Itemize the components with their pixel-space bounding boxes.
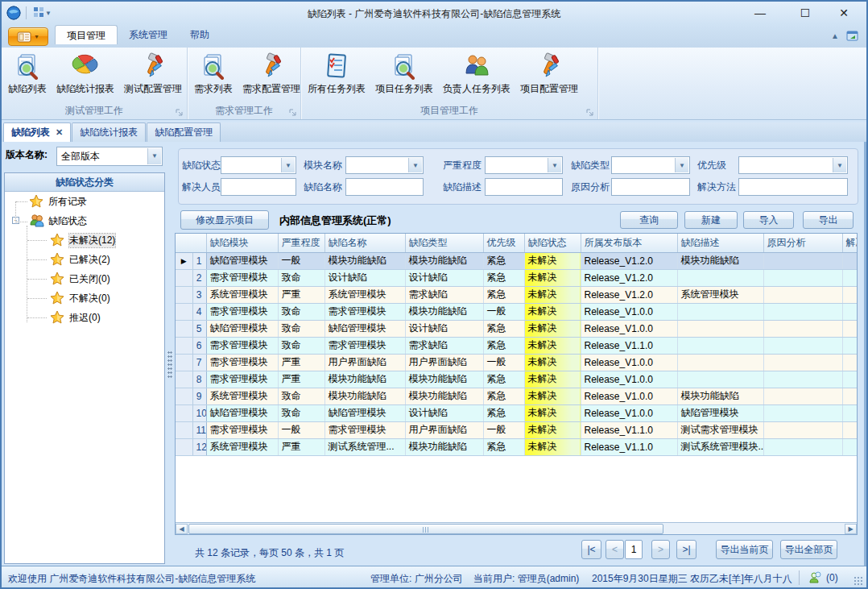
export-button[interactable]: 导出	[803, 211, 854, 229]
grid-row[interactable]: 10缺陷管理模块致命缺陷管理模块设计缺陷紧急未解决Release_V1.0.0缺…	[176, 404, 858, 421]
filter-combo[interactable]: ▼	[611, 156, 690, 174]
tree-item[interactable]: 不解决(0)	[50, 289, 110, 307]
tree-item[interactable]: 已解决(2)	[50, 251, 110, 268]
ribbon-style-icon[interactable]	[845, 29, 860, 42]
modify-display-items-button[interactable]: 修改显示项目	[180, 210, 269, 230]
grid-row[interactable]: 11需求管理模块一般需求管理模块用户界面缺陷一般未解决Release_V1.1.…	[176, 421, 858, 438]
column-header[interactable]: 缺陷描述	[677, 234, 763, 252]
grid-cell: 缺陷管理模块	[677, 404, 763, 421]
grid-row[interactable]: 8需求管理模块严重模块功能缺陷模块功能缺陷紧急未解决Release_V1.0.0	[176, 371, 858, 388]
ribbon-tab[interactable]: 帮助	[179, 25, 221, 44]
scroll-right-icon[interactable]: ▶	[845, 524, 857, 534]
page-number-input[interactable]: 1	[625, 540, 643, 559]
chevron-down-icon[interactable]: ▼	[147, 148, 161, 164]
ribbon-button-label: 所有任务列表	[308, 82, 366, 96]
column-header[interactable]: 缺陷状态	[524, 234, 581, 252]
maximize-button[interactable]: ☐	[789, 4, 821, 22]
filter-input[interactable]	[221, 178, 296, 196]
horizontal-scrollbar[interactable]: ◀ ▶	[176, 522, 857, 534]
export-current-page-button[interactable]: 导出当前页	[716, 540, 773, 559]
application-menu-button[interactable]: ▼	[8, 27, 48, 46]
first-page-button[interactable]: |<	[581, 540, 601, 559]
ribbon-button[interactable]: 所有任务列表	[303, 49, 370, 102]
column-header[interactable]: 所属发布版本	[581, 234, 677, 252]
query-button[interactable]: 查询	[620, 211, 678, 229]
tree-item[interactable]: 未解决(12)	[50, 231, 115, 249]
filter-combo[interactable]: ▼	[485, 156, 563, 174]
scroll-left-icon[interactable]: ◀	[176, 524, 188, 534]
filter-input[interactable]	[485, 178, 563, 196]
grid-cell: 一般	[483, 303, 524, 320]
grid-row[interactable]: 7需求管理模块严重用户界面缺陷用户界面缺陷一般未解决Release_V1.0.0	[176, 354, 858, 371]
ribbon-button[interactable]: 项目配置管理	[515, 49, 583, 102]
grid-row[interactable]: 3系统管理模块严重系统管理模块需求缺陷紧急未解决Release_V1.2.0系统…	[176, 286, 858, 303]
column-header[interactable]: 严重程度	[278, 234, 324, 252]
ribbon-tab[interactable]: 系统管理	[118, 25, 179, 44]
last-page-button[interactable]: >|	[676, 540, 696, 559]
dialog-launcher-icon[interactable]	[175, 108, 184, 117]
export-all-pages-button[interactable]: 导出全部页	[780, 540, 837, 559]
scrollbar-thumb[interactable]	[188, 524, 663, 534]
tree-item[interactable]: 推迟(0)	[50, 309, 101, 326]
column-header[interactable]: 解决方法	[842, 234, 858, 252]
import-button[interactable]: 导入	[743, 211, 794, 229]
tree-item[interactable]: 所有记录	[29, 193, 87, 210]
chevron-down-icon[interactable]: ▼	[833, 158, 846, 172]
splitter[interactable]	[167, 145, 173, 562]
ribbon-button[interactable]: 负责人任务列表	[438, 49, 515, 102]
document-tab-label: 缺陷配置管理	[155, 127, 213, 138]
filter-combo[interactable]: ▼	[221, 156, 296, 174]
new-button[interactable]: 新建	[684, 211, 738, 229]
chevron-down-icon[interactable]: ▼	[675, 158, 688, 172]
tree-item[interactable]: 已关闭(0)	[50, 270, 110, 288]
chevron-down-icon[interactable]: ▼	[548, 158, 561, 172]
dialog-launcher-icon[interactable]	[288, 108, 297, 117]
grid-cell: 用户界面缺陷	[405, 354, 483, 371]
pie-chart-icon	[72, 52, 99, 80]
tree-line	[27, 317, 47, 318]
column-header[interactable]: 原因分析	[763, 234, 842, 252]
grid-row[interactable]: 6需求管理模块致命需求管理模块需求缺陷紧急未解决Release_V1.1.0	[176, 337, 858, 354]
column-header[interactable]: 缺陷模块	[206, 234, 278, 252]
ribbon-button[interactable]: 需求配置管理	[238, 49, 305, 102]
chevron-down-icon[interactable]: ▼	[281, 158, 295, 172]
grid-cell: 致命	[278, 320, 324, 337]
tree-item[interactable]: 缺陷状态	[29, 212, 87, 230]
prev-page-button[interactable]: <	[606, 540, 624, 559]
ribbon-button[interactable]: 缺陷列表	[3, 49, 52, 102]
row-number: 6	[192, 337, 206, 354]
filter-combo[interactable]: ▼	[738, 156, 848, 174]
close-tab-icon[interactable]: ✕	[56, 127, 63, 137]
grid-row[interactable]: 12系统管理模块严重测试系统管理...模块功能缺陷紧急未解决Release_V1…	[176, 438, 858, 455]
ribbon-collapse-icon[interactable]: ▲	[831, 31, 839, 40]
filter-input[interactable]	[611, 178, 690, 196]
grid-row[interactable]: 5缺陷管理模块致命缺陷管理模块设计缺陷紧急未解决Release_V1.0.0	[176, 320, 858, 337]
app-menu-caret-icon: ▼	[34, 34, 39, 39]
ribbon-tab[interactable]: 项目管理	[55, 25, 118, 44]
filter-input[interactable]	[738, 178, 848, 196]
column-header[interactable]: 缺陷名称	[324, 234, 405, 252]
grid-row[interactable]: 4需求管理模块致命需求管理模块模块功能缺陷一般未解决Release_V1.0.0	[176, 303, 858, 320]
close-button[interactable]: ✕	[828, 4, 860, 22]
document-tab[interactable]: 缺陷配置管理	[147, 122, 221, 142]
ribbon-button[interactable]: 测试配置管理	[119, 49, 187, 102]
ribbon-button[interactable]: 项目任务列表	[370, 49, 438, 102]
grid-row[interactable]: ▶1缺陷管理模块一般模块功能缺陷模块功能缺陷紧急未解决Release_V1.2.…	[176, 252, 858, 269]
ribbon-button[interactable]: 缺陷统计报表	[52, 49, 119, 102]
grid-row[interactable]: 9系统管理模块致命模块功能缺陷模块功能缺陷紧急未解决Release_V1.0.0…	[176, 388, 858, 404]
filter-combo[interactable]: ▼	[345, 156, 424, 174]
column-header[interactable]: 优先级	[483, 234, 524, 252]
chevron-down-icon[interactable]: ▼	[408, 158, 422, 172]
document-tab[interactable]: 缺陷列表✕	[3, 122, 71, 142]
next-page-button[interactable]: >	[651, 540, 670, 559]
column-header[interactable]: 缺陷类型	[405, 234, 483, 252]
grid-row[interactable]: 2需求管理模块致命设计缺陷设计缺陷紧急未解决Release_V1.2.0	[176, 269, 858, 286]
document-tab[interactable]: 缺陷统计报表	[72, 122, 146, 142]
resize-grip-icon[interactable]	[854, 576, 863, 586]
grid-cell	[842, 421, 858, 438]
dialog-launcher-icon[interactable]	[585, 108, 594, 117]
minimize-button[interactable]: —	[744, 4, 776, 22]
filter-input[interactable]	[345, 178, 424, 196]
ribbon-button[interactable]: 需求列表	[189, 49, 238, 102]
version-combo[interactable]: 全部版本 ▼	[56, 147, 163, 166]
